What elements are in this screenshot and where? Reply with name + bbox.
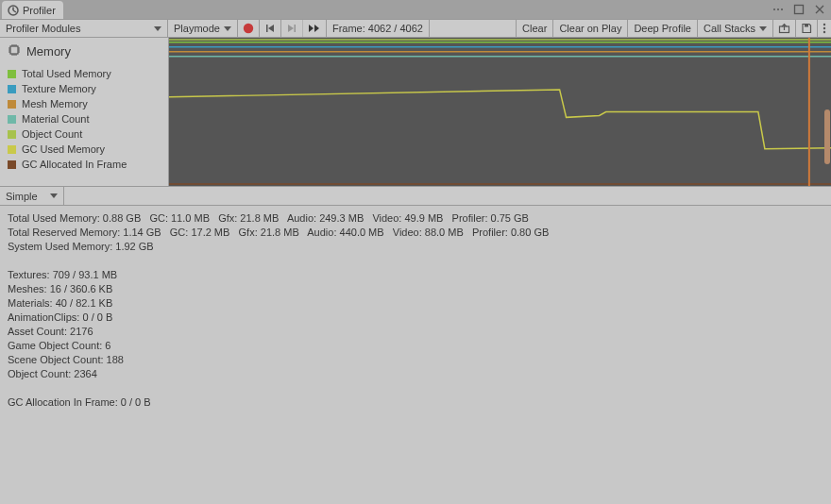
profiler-modules-dropdown[interactable]: Profiler Modules (0, 20, 168, 37)
legend-swatch (8, 70, 16, 78)
module-stage: Memory Total Used MemoryTexture MemoryMe… (0, 38, 831, 187)
module-legend: Total Used MemoryTexture MemoryMesh Memo… (0, 64, 168, 176)
next-frame-button[interactable] (281, 20, 303, 37)
stat-line: Meshes: 16 / 360.6 KB (8, 282, 823, 296)
memory-details-pane: Total Used Memory: 0.88 GB GC: 11.0 MB G… (0, 206, 831, 415)
stat-line: Object Count: 2364 (8, 367, 823, 381)
maximize-icon[interactable] (791, 2, 806, 17)
svg-point-5 (244, 24, 253, 33)
svg-rect-4 (795, 6, 804, 14)
clear-button[interactable]: Clear (517, 20, 553, 37)
window-tab-profiler[interactable]: Profiler (2, 1, 63, 19)
legend-label: GC Used Memory (22, 143, 105, 155)
frame-readout: Frame: 4062 / 4062 (327, 20, 430, 37)
legend-item[interactable]: Material Count (0, 111, 168, 126)
close-icon[interactable] (812, 2, 827, 17)
svg-point-3 (781, 8, 783, 10)
stat-line: Total Reserved Memory: 1.14 GB GC: 17.2 … (8, 226, 823, 240)
playmode-label: Playmode (174, 23, 220, 34)
legend-item[interactable]: Texture Memory (0, 81, 168, 96)
current-frame-button[interactable] (303, 20, 327, 37)
module-sidebar: Memory Total Used MemoryTexture MemoryMe… (0, 38, 169, 186)
clear-on-play-button[interactable]: Clear on Play (553, 20, 628, 37)
svg-rect-9 (805, 25, 808, 27)
legend-label: Total Used Memory (22, 68, 111, 79)
legend-item[interactable]: Object Count (0, 126, 168, 142)
record-button[interactable] (238, 20, 260, 37)
legend-swatch (8, 115, 16, 124)
svg-rect-13 (10, 46, 18, 54)
profiler-icon (8, 5, 19, 16)
prev-frame-button[interactable] (260, 20, 281, 37)
stat-line: Scene Object Count: 188 (8, 353, 823, 367)
context-menu-button[interactable] (818, 20, 831, 37)
legend-item[interactable]: Mesh Memory (0, 96, 168, 111)
stat-line: Materials: 40 / 82.1 KB (8, 296, 823, 311)
stat-line: GC Allocation In Frame: 0 / 0 B (8, 395, 823, 410)
svg-rect-6 (266, 25, 268, 32)
save-button[interactable] (796, 20, 818, 37)
stat-line: Total Used Memory: 0.88 GB GC: 11.0 MB G… (8, 211, 823, 226)
stat-line: Textures: 709 / 93.1 MB (8, 268, 823, 282)
legend-item[interactable]: GC Used Memory (0, 142, 168, 157)
legend-label: Texture Memory (22, 83, 96, 94)
legend-label: Material Count (22, 113, 90, 125)
window-tab-label: Profiler (23, 5, 56, 16)
legend-item[interactable]: Total Used Memory (0, 66, 168, 81)
stat-line: Asset Count: 2176 (8, 325, 823, 339)
profiler-modules-label: Profiler Modules (6, 23, 80, 34)
window-tab-bar: Profiler (0, 0, 831, 19)
module-title: Memory (26, 44, 71, 59)
svg-point-1 (773, 8, 775, 10)
svg-rect-7 (294, 25, 296, 32)
legend-swatch (8, 160, 16, 169)
memory-graph[interactable] (169, 38, 831, 186)
svg-point-12 (823, 31, 825, 33)
details-view-label: Simple (6, 191, 38, 202)
chart-series-line (169, 90, 831, 149)
playmode-dropdown[interactable]: Playmode (168, 20, 238, 37)
details-view-dropdown[interactable]: Simple (0, 187, 64, 205)
legend-label: GC Allocated In Frame (22, 159, 127, 170)
toolbar: Profiler Modules Playmode Frame: 4062 / … (0, 19, 831, 38)
legend-label: Mesh Memory (22, 98, 88, 109)
svg-point-11 (823, 27, 825, 29)
window-menu-icon[interactable] (771, 2, 786, 17)
svg-point-2 (777, 8, 779, 10)
legend-label: Object Count (22, 128, 82, 140)
stat-line: Game Object Count: 6 (8, 339, 823, 353)
legend-swatch (8, 130, 16, 139)
legend-swatch (8, 145, 16, 154)
toolbar-spacer (430, 20, 517, 37)
legend-item[interactable]: GC Allocated In Frame (0, 157, 168, 172)
stat-line: System Used Memory: 1.92 GB (8, 240, 823, 254)
details-toolbar: Simple (0, 187, 831, 206)
memory-chip-icon (8, 43, 21, 59)
legend-swatch (8, 100, 16, 109)
svg-point-10 (823, 24, 825, 25)
legend-swatch (8, 85, 16, 93)
load-button[interactable] (773, 20, 796, 37)
graph-scroll-indicator[interactable] (824, 109, 830, 164)
call-stacks-dropdown[interactable]: Call Stacks (698, 20, 773, 37)
stat-line: AnimationClips: 0 / 0 B (8, 311, 823, 325)
deep-profile-button[interactable]: Deep Profile (628, 20, 698, 37)
module-header[interactable]: Memory (0, 38, 168, 64)
